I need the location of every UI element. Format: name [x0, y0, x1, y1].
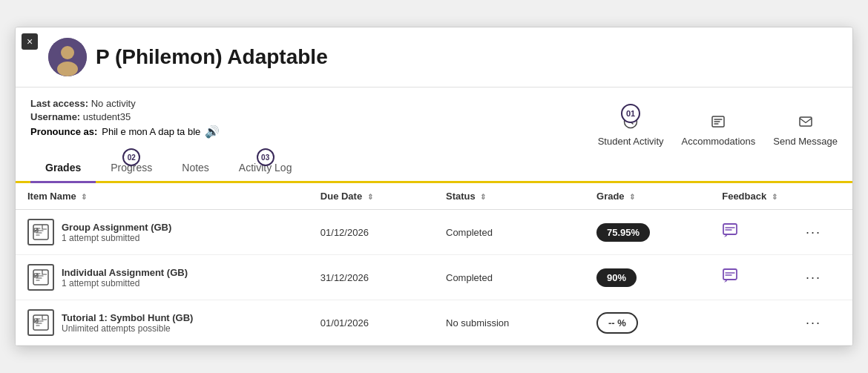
student-info: Last access: No activity Username: ustud…: [30, 98, 220, 139]
send-message-label: Send Message: [773, 136, 838, 147]
col-header-item-name[interactable]: Item Name ⇕: [16, 183, 309, 210]
tab-grades[interactable]: Grades: [30, 154, 96, 181]
grade-pill-0: 75.95%: [596, 223, 650, 242]
accommodations-label: Accommodations: [682, 136, 756, 147]
tab-activity-log-badge: 03: [257, 148, 274, 166]
pronounce-label: Pronounce as:: [30, 126, 97, 137]
item-name-1: Individual Assignment (GB): [62, 267, 188, 278]
svg-rect-11: [723, 269, 737, 280]
cell-grade-1: 90%: [585, 255, 710, 300]
cell-item-2: Tutorial 1: Symbol Hunt (GB) Unlimited a…: [16, 300, 309, 346]
cell-grade-0: 75.95%: [585, 210, 710, 255]
cell-feedback-1[interactable]: [710, 255, 794, 300]
item-icon-0: [27, 219, 54, 245]
col-header-status[interactable]: Status ⇕: [434, 183, 585, 210]
cell-grade-2: -- %: [585, 300, 710, 346]
info-section: Last access: No activity Username: ustud…: [16, 88, 852, 147]
cell-feedback-2: [710, 300, 794, 346]
accommodations-button[interactable]: Accommodations: [682, 114, 756, 147]
item-icon-1: [27, 264, 54, 291]
tab-activity-log[interactable]: 03 Activity Log: [224, 154, 307, 181]
sort-icon-item: ⇕: [81, 193, 87, 201]
sort-icon-status: ⇕: [480, 193, 486, 201]
avatar: [48, 38, 87, 76]
username-row: Username: ustudent35: [30, 111, 220, 122]
grade-table: Item Name ⇕ Due Date ⇕ Status ⇕ Grade ⇕: [16, 183, 852, 346]
username-value: ustudent35: [83, 111, 131, 122]
grade-pill-2: -- %: [596, 312, 638, 334]
table-row: Individual Assignment (GB) 1 attempt sub…: [16, 255, 852, 300]
cell-status-0: Completed: [434, 210, 585, 255]
col-header-feedback[interactable]: Feedback ⇕: [710, 183, 794, 210]
svg-point-2: [57, 62, 78, 76]
student-activity-label: Student Activity: [598, 136, 664, 147]
send-message-button[interactable]: Send Message: [773, 114, 838, 147]
item-icon-2: [27, 309, 54, 336]
last-access-row: Last access: No activity: [30, 98, 220, 109]
pronounce-value: Phil e mon A dap ta ble: [102, 126, 200, 137]
student-activity-badge: 01: [621, 104, 640, 123]
table-section: Item Name ⇕ Due Date ⇕ Status ⇕ Grade ⇕: [16, 183, 852, 346]
action-buttons: 01 Student Activity Accommodat: [598, 98, 838, 147]
cell-status-2: No submission: [434, 300, 585, 346]
sort-icon-due: ⇕: [367, 193, 373, 201]
more-button-1[interactable]: ···: [806, 270, 821, 285]
username-label: Username:: [30, 111, 80, 122]
student-modal: × P (Philemon) Adaptable Last access: No…: [15, 27, 853, 346]
more-button-2[interactable]: ···: [806, 315, 821, 330]
sort-icon-grade: ⇕: [629, 193, 635, 201]
col-header-due-date[interactable]: Due Date ⇕: [309, 183, 434, 210]
cell-more-0[interactable]: ···: [794, 210, 852, 255]
pronounce-row: Pronounce as: Phil e mon A dap ta ble 🔊: [30, 125, 220, 139]
cell-due-0: 01/12/2026: [309, 210, 434, 255]
cell-status-1: Completed: [434, 255, 585, 300]
more-button-0[interactable]: ···: [806, 225, 821, 240]
tab-progress-badge: 02: [122, 148, 140, 166]
col-header-more: [794, 183, 852, 210]
feedback-icon-0[interactable]: [722, 225, 738, 242]
sort-icon-feedback: ⇕: [772, 193, 777, 201]
sound-icon[interactable]: 🔊: [205, 125, 220, 139]
cell-feedback-0[interactable]: [710, 210, 794, 255]
table-row: Group Assignment (GB) 1 attempt submitte…: [16, 210, 852, 255]
grade-pill-1: 90%: [596, 268, 637, 287]
tab-progress[interactable]: 02 Progress: [96, 154, 167, 181]
feedback-icon-1[interactable]: [722, 271, 738, 287]
item-sub-1: 1 attempt submitted: [62, 278, 188, 288]
tabs-section: Grades 02 Progress Notes 03 Activity Log: [16, 154, 852, 183]
tab-notes-label: Notes: [182, 162, 209, 174]
svg-point-1: [61, 46, 74, 59]
close-button[interactable]: ×: [22, 33, 38, 50]
cell-due-2: 01/01/2026: [309, 300, 434, 346]
student-activity-button[interactable]: 01 Student Activity: [598, 114, 664, 147]
student-name: P (Philemon) Adaptable: [96, 45, 328, 69]
cell-more-2[interactable]: ···: [794, 300, 852, 346]
cell-item-1: Individual Assignment (GB) 1 attempt sub…: [16, 255, 309, 300]
cell-more-1[interactable]: ···: [794, 255, 852, 300]
item-name-0: Group Assignment (GB): [62, 222, 171, 233]
item-sub-0: 1 attempt submitted: [62, 233, 171, 243]
last-access-value: No activity: [91, 98, 136, 109]
svg-rect-5: [800, 117, 812, 126]
svg-rect-8: [723, 224, 737, 234]
cell-due-1: 31/12/2026: [309, 255, 434, 300]
tab-notes[interactable]: Notes: [167, 154, 224, 181]
col-header-grade[interactable]: Grade ⇕: [585, 183, 710, 210]
send-message-icon: [798, 114, 813, 133]
last-access-label: Last access:: [30, 98, 88, 109]
item-sub-2: Unlimited attempts possible: [62, 323, 193, 334]
accommodations-icon: [711, 114, 726, 133]
table-row: Tutorial 1: Symbol Hunt (GB) Unlimited a…: [16, 300, 852, 346]
table-header-row: Item Name ⇕ Due Date ⇕ Status ⇕ Grade ⇕: [16, 183, 852, 210]
tab-grades-label: Grades: [45, 162, 81, 174]
cell-item-0: Group Assignment (GB) 1 attempt submitte…: [16, 210, 309, 255]
item-name-2: Tutorial 1: Symbol Hunt (GB): [62, 312, 193, 323]
header-section: P (Philemon) Adaptable: [16, 27, 852, 88]
